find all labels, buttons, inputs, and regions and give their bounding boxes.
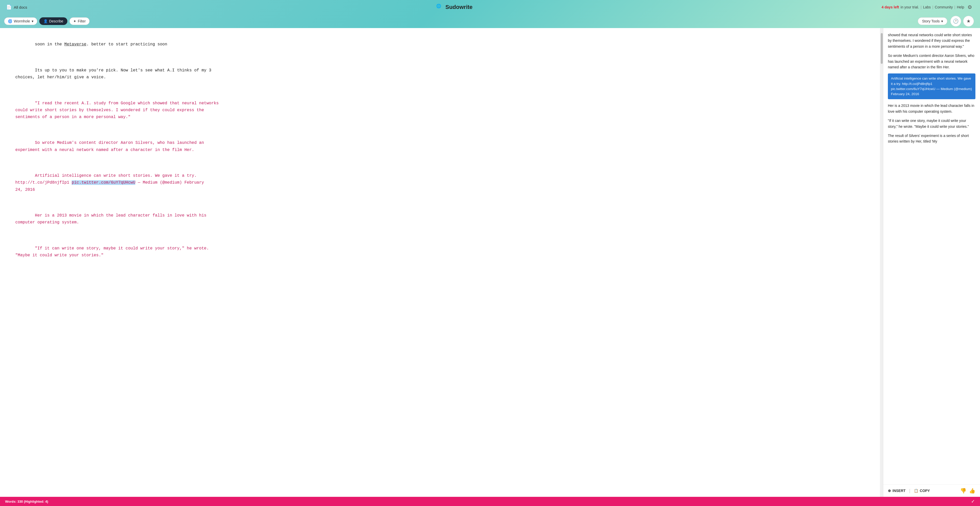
star-icon: ★ (966, 18, 970, 24)
right-panel-paragraph-5: "If it can write one story, maybe it cou… (888, 118, 975, 129)
header-divider-1: | (921, 5, 921, 9)
status-bar: Words: 330 (Highlighted: 4) ✓ (0, 497, 980, 506)
editor-content: soon in the Metaverse. better to start p… (15, 34, 245, 266)
history-button[interactable]: 🕐 (950, 16, 961, 27)
describe-button[interactable]: 👤 Describe (39, 17, 67, 25)
editor-paragraph-2: Its up to you to make you're pick. Now l… (15, 60, 245, 88)
copy-label: COPY (920, 489, 930, 493)
editor-panel[interactable]: soon in the Metaverse. better to start p… (0, 28, 883, 497)
right-panel-highlighted-block: Artificial intelligence can write short … (888, 73, 975, 99)
header-right: 4 days left in your trial. | Labs | Comm… (881, 3, 974, 11)
status-bar-left: Words: 330 (Highlighted: 4) (5, 500, 48, 503)
sudowrite-logo: 🌐 (436, 3, 443, 11)
describe-label: Describe (49, 19, 63, 23)
thumbs-up-button[interactable]: 👍 (969, 488, 975, 494)
thumbs-down-icon: 👎 (960, 488, 966, 493)
settings-button[interactable]: ⚙ (966, 3, 974, 11)
editor-paragraph-4: So wrote Medium's content director Aaron… (15, 133, 245, 160)
describe-icon: 👤 (43, 19, 48, 23)
right-panel-paragraph-6: The result of Silvers' experiment is a s… (888, 133, 975, 144)
top-header: 📄 All docs 🌐 Sudowrite 4 days left in yo… (0, 0, 980, 14)
trial-rest: in your trial. (900, 5, 919, 9)
main-content: soon in the Metaverse. better to start p… (0, 28, 980, 497)
toolbar-left: 🌀 Wormhole ▾ 👤 Describe ✦ Filter (4, 17, 89, 25)
filter-icon: ✦ (73, 19, 76, 23)
highlighted-url: pic.twitter.com/6uY7qUHcwU (72, 180, 135, 185)
labs-link[interactable]: Labs (923, 5, 931, 9)
filter-label: Filter (78, 19, 86, 23)
app-brand: 🌐 Sudowrite (436, 3, 473, 11)
copy-icon: 📋 (914, 489, 918, 493)
app-title: Sudowrite (445, 4, 473, 11)
header-divider-3: | (955, 5, 956, 9)
all-docs-button[interactable]: 📄 All docs (6, 4, 27, 10)
toolbar-right: Story Tools ▾ 🕐 ★ (918, 16, 974, 27)
right-panel-paragraph-4: Her is a 2013 movie in which the lead ch… (888, 103, 975, 114)
status-bar-right: ✓ (971, 499, 975, 504)
thumbs-down-button[interactable]: 👎 (960, 488, 966, 494)
right-panel-paragraph-1: showed that neural networks could write … (888, 32, 975, 49)
footer-right: 👎 👍 (960, 488, 975, 494)
highlighted-label: (Highlighted: 4) (24, 500, 48, 503)
right-panel: showed that neural networks could write … (883, 28, 980, 497)
story-tools-button[interactable]: Story Tools ▾ (918, 17, 947, 25)
wormhole-label: Wormhole (14, 19, 30, 23)
all-docs-label: All docs (14, 5, 27, 10)
wormhole-chevron-icon: ▾ (32, 19, 33, 23)
footer-left: ⊕ INSERT | 📋 COPY (888, 488, 930, 493)
word-count: Words: 330 (5, 500, 23, 503)
copy-button[interactable]: 📋 COPY (914, 489, 930, 493)
editor-paragraph-7: "If it can write one story, maybe it cou… (15, 238, 245, 266)
story-tools-chevron-icon: ▾ (941, 19, 943, 23)
editor-scrollbar[interactable] (880, 28, 883, 497)
filter-button[interactable]: ✦ Filter (69, 17, 89, 25)
icon-row: 🕐 ★ (950, 16, 974, 27)
metaverse-link: Metaverse (64, 42, 86, 47)
community-link[interactable]: Community (935, 5, 953, 9)
right-panel-content[interactable]: showed that neural networks could write … (883, 28, 980, 484)
editor-paragraph-3: "I read the recent A.I. study from Googl… (15, 93, 245, 127)
header-divider-2: | (932, 5, 933, 9)
insert-button[interactable]: ⊕ INSERT (888, 489, 905, 493)
trial-highlight: 4 days left (881, 5, 899, 9)
wormhole-icon: 🌀 (8, 19, 12, 23)
help-link[interactable]: Help (957, 5, 964, 9)
favorites-button[interactable]: ★ (963, 16, 974, 27)
wormhole-button[interactable]: 🌀 Wormhole ▾ (4, 17, 37, 25)
right-panel-footer: ⊕ INSERT | 📋 COPY 👎 👍 (883, 484, 980, 497)
editor-paragraph-1: soon in the Metaverse. better to start p… (15, 34, 245, 55)
history-icon: 🕐 (953, 18, 959, 24)
document-icon: 📄 (6, 4, 12, 10)
right-panel-paragraph-2: So wrote Medium's content director Aaron… (888, 53, 975, 70)
story-tools-label: Story Tools (922, 19, 940, 23)
insert-label: INSERT (892, 489, 905, 493)
thumbs-up-icon: 👍 (969, 488, 975, 493)
insert-icon: ⊕ (888, 489, 891, 493)
footer-divider: | (909, 488, 910, 493)
editor-paragraph-5: Artificial intelligence can write short … (15, 165, 245, 200)
editor-scrollbar-thumb (881, 33, 883, 64)
settings-icon: ⚙ (967, 4, 972, 10)
check-icon: ✓ (971, 499, 975, 504)
editor-paragraph-6: Her is a 2013 movie in which the lead ch… (15, 205, 245, 233)
toolbar: 🌀 Wormhole ▾ 👤 Describe ✦ Filter Story T… (0, 14, 980, 28)
